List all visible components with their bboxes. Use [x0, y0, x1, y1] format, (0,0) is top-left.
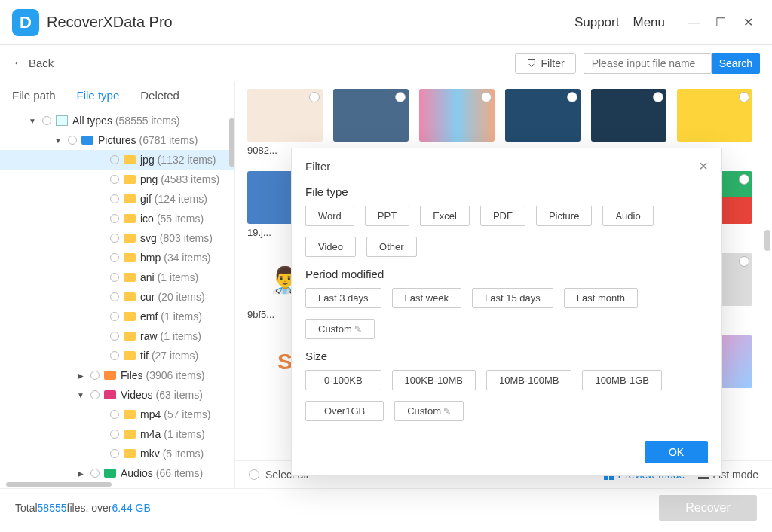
tree-item-jpg[interactable]: jpg(1132 items): [0, 150, 234, 170]
caret-down-icon[interactable]: ▼: [53, 136, 63, 145]
filter-chip-10mb-100mb[interactable]: 10MB-100MB: [486, 370, 571, 390]
radio-icon[interactable]: [90, 390, 100, 399]
radio-icon[interactable]: [110, 214, 119, 223]
app-title: RecoverXData Pro: [47, 14, 173, 31]
radio-icon[interactable]: [110, 155, 119, 164]
tree-item-cur[interactable]: cur(20 items): [0, 287, 234, 307]
search-button[interactable]: Search: [712, 53, 760, 74]
filter-chip-pdf[interactable]: PDF: [480, 206, 525, 226]
tree-root[interactable]: ▼ All types (58555 items): [0, 111, 234, 130]
folder-icon: [104, 371, 116, 380]
tree-files[interactable]: ▶Files(3906 items): [0, 365, 234, 385]
filter-chip-picture[interactable]: Picture: [536, 206, 592, 226]
folder-icon: [124, 155, 136, 164]
grid-item[interactable]: [591, 89, 666, 156]
radio-icon[interactable]: [110, 175, 119, 184]
radio-icon[interactable]: [90, 469, 100, 478]
filter-chip-other[interactable]: Other: [366, 237, 417, 257]
tree-item-emf[interactable]: emf(1 items): [0, 307, 234, 326]
radio-icon[interactable]: [110, 292, 119, 301]
folder-icon: [124, 194, 136, 203]
folder-icon: [124, 312, 136, 321]
tab-file-type[interactable]: File type: [77, 89, 120, 102]
tree-item-svg[interactable]: svg(803 items): [0, 228, 234, 248]
filter-chip-word[interactable]: Word: [305, 206, 354, 226]
sidebar-tabs: File path File type Deleted: [0, 81, 234, 108]
grid-item[interactable]: g: [677, 89, 752, 156]
sidebar-hscroll[interactable]: [0, 481, 234, 488]
radio-icon[interactable]: [68, 136, 77, 145]
radio-icon[interactable]: [110, 410, 119, 419]
filter-dialog: Filter × File type Word PPT Excel PDF Pi…: [291, 148, 722, 476]
scrollbar-thumb[interactable]: [229, 118, 234, 167]
folder-icon: [124, 410, 136, 419]
radio-icon[interactable]: [90, 371, 100, 380]
filter-chip-last3days[interactable]: Last 3 days: [305, 288, 381, 308]
caret-down-icon[interactable]: ▼: [75, 391, 86, 399]
filter-chip-100kb-10mb[interactable]: 100KB-10MB: [392, 370, 476, 390]
maximize-icon[interactable]: ☐: [709, 11, 733, 35]
filter-chip-100mb-1gb[interactable]: 100MB-1GB: [582, 370, 662, 390]
titlebar: D RecoverXData Pro Support Menu — ☐ ✕: [0, 0, 772, 45]
radio-icon[interactable]: [110, 332, 119, 341]
radio-icon[interactable]: [110, 312, 119, 321]
tree-item-ico[interactable]: ico(55 items): [0, 209, 234, 228]
filter-ok-button[interactable]: OK: [645, 441, 708, 463]
tree-item-gif[interactable]: gif(124 items): [0, 189, 234, 209]
tree-item-raw[interactable]: raw(1 items): [0, 326, 234, 346]
filter-chip-ppt[interactable]: PPT: [365, 206, 409, 226]
dialog-close-icon[interactable]: ×: [699, 157, 708, 175]
support-link[interactable]: Support: [574, 15, 620, 30]
tree-audios[interactable]: ▶Audios(66 items): [0, 463, 234, 481]
tree-item-m4a[interactable]: m4a(1 items): [0, 424, 234, 444]
radio-icon[interactable]: [110, 194, 119, 203]
radio-icon[interactable]: [110, 273, 119, 282]
filter-chip-last15days[interactable]: Last 15 days: [472, 288, 553, 308]
grid-item[interactable]: [505, 89, 581, 156]
grid-item[interactable]: 9082...: [247, 89, 323, 156]
minimize-icon[interactable]: —: [682, 11, 706, 35]
filter-chip-lastweek[interactable]: Last week: [392, 288, 462, 308]
radio-icon[interactable]: [42, 116, 51, 125]
tree-item-ani[interactable]: ani(1 items): [0, 268, 234, 287]
select-all-radio[interactable]: [249, 469, 259, 480]
filter-chip-lastmonth[interactable]: Last month: [564, 288, 638, 308]
caret-right-icon[interactable]: ▶: [75, 371, 86, 380]
grid-item[interactable]: [419, 89, 495, 156]
search-input[interactable]: [584, 53, 712, 74]
tree-pictures[interactable]: ▼ Pictures (6781 items): [0, 130, 234, 150]
tab-file-path[interactable]: File path: [12, 89, 56, 102]
filter-chip-video[interactable]: Video: [305, 237, 356, 257]
tree-meta: (58555 items): [115, 115, 180, 127]
tree-item-tif[interactable]: tif(27 items): [0, 346, 234, 365]
radio-icon[interactable]: [110, 351, 119, 360]
radio-icon[interactable]: [110, 430, 119, 439]
recover-button[interactable]: Recover: [659, 495, 757, 521]
tab-deleted[interactable]: Deleted: [140, 89, 179, 102]
tree-item-bmp[interactable]: bmp(34 items): [0, 248, 234, 268]
radio-icon[interactable]: [110, 449, 119, 458]
radio-icon[interactable]: [110, 234, 119, 243]
filter-chip-size-custom[interactable]: Custom✎: [394, 401, 464, 421]
tree-label: Pictures: [98, 134, 136, 146]
caret-down-icon[interactable]: ▼: [27, 117, 38, 125]
back-button[interactable]: ← Back: [12, 55, 54, 71]
menu-link[interactable]: Menu: [633, 15, 665, 30]
folder-icon: [124, 234, 136, 243]
filter-chip-excel[interactable]: Excel: [420, 206, 470, 226]
tree-label: All types: [72, 115, 112, 127]
filter-chip-period-custom[interactable]: Custom✎: [305, 319, 375, 339]
footer-size: 6.44 GB: [112, 502, 150, 514]
tree-item-png[interactable]: png(4583 items): [0, 170, 234, 189]
tree-videos[interactable]: ▼Videos(63 items): [0, 385, 234, 405]
filter-chip-audio[interactable]: Audio: [602, 206, 653, 226]
tree-item-mkv[interactable]: mkv(5 items): [0, 444, 234, 463]
radio-icon[interactable]: [110, 253, 119, 262]
close-icon[interactable]: ✕: [736, 11, 760, 35]
filter-chip-over1gb[interactable]: Over1GB: [305, 401, 384, 421]
page-scrollbar-thumb[interactable]: [764, 230, 770, 251]
caret-right-icon[interactable]: ▶: [75, 469, 86, 478]
filter-chip-0-100kb[interactable]: 0-100KB: [305, 370, 381, 390]
grid-item[interactable]: [333, 89, 409, 156]
filter-button[interactable]: ⛉ Filter: [515, 53, 576, 74]
